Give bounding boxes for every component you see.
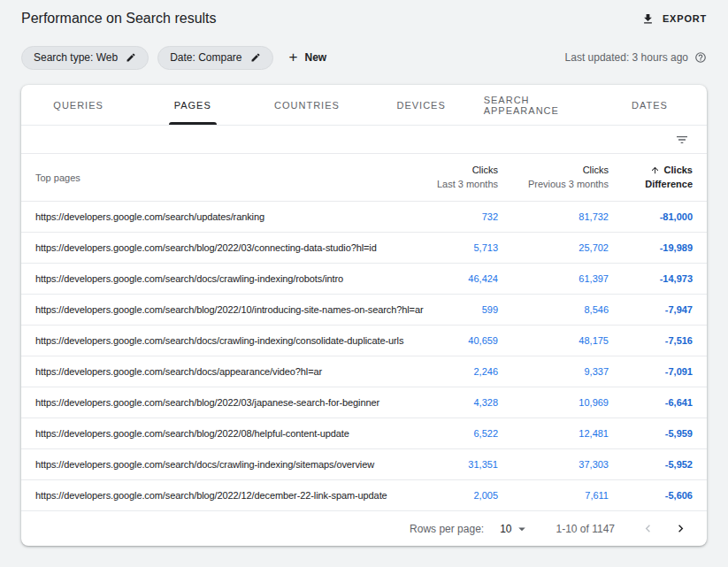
clicks-previous-value: 7,611: [498, 490, 609, 501]
clicks-previous-value: 9,337: [498, 366, 609, 377]
column-title: Clicks: [664, 165, 693, 176]
page-url: https://developers.google.com/search/doc…: [35, 366, 427, 377]
clicks-previous-value: 61,397: [498, 273, 609, 284]
clicks-last-value: 732: [427, 211, 498, 222]
tab-countries[interactable]: COUNTRIES: [249, 85, 364, 125]
tab-queries[interactable]: QUERIES: [21, 85, 135, 125]
next-page-button[interactable]: [671, 518, 691, 539]
page-url: https://developers.google.com/search/doc…: [35, 459, 427, 470]
report-card: QUERIES PAGES COUNTRIES DEVICES SEARCH A…: [21, 85, 707, 546]
clicks-last-value: 599: [427, 304, 498, 315]
column-title: Clicks: [427, 165, 498, 176]
rows-per-page-label: Rows per page:: [410, 523, 484, 535]
last-updated-text: Last updated: 3 hours ago: [565, 51, 688, 64]
clicks-last-value: 2,005: [427, 490, 498, 501]
clicks-difference-value: -14,973: [609, 273, 693, 284]
export-label: EXPORT: [663, 13, 707, 24]
tab-label: DEVICES: [391, 85, 450, 125]
clicks-last-value: 31,351: [427, 459, 498, 470]
table-row[interactable]: https://developers.google.com/search/blo…: [21, 387, 707, 418]
clicks-previous-value: 48,175: [498, 335, 609, 346]
clicks-difference-value: -5,959: [609, 428, 693, 439]
clicks-difference-value: -5,952: [609, 459, 693, 470]
edit-pencil-icon: [126, 52, 136, 63]
tab-label: SEARCH APPEARANCE: [479, 85, 593, 125]
new-filter-button[interactable]: + New: [289, 50, 327, 65]
clicks-previous-value: 81,732: [498, 211, 609, 222]
table-row[interactable]: https://developers.google.com/search/blo…: [21, 295, 707, 326]
filter-chips: Search type: Web Date: Compare + New: [21, 46, 326, 70]
performance-report-page: Performance on Search results EXPORT Sea…: [0, 0, 728, 546]
table-row[interactable]: https://developers.google.com/search/blo…: [21, 418, 707, 449]
column-title: Clicks: [498, 165, 609, 176]
date-compare-chip[interactable]: Date: Compare: [157, 46, 272, 70]
top-pages-header[interactable]: Top pages: [35, 172, 427, 183]
page-title: Performance on Search results: [21, 11, 217, 27]
table-header-row: Top pages Clicks Last 3 months Clicks Pr…: [21, 154, 707, 202]
table-toolbar: [21, 126, 707, 154]
clicks-previous-value: 12,481: [498, 428, 609, 439]
page-url: https://developers.google.com/search/blo…: [35, 242, 427, 253]
search-type-chip[interactable]: Search type: Web: [21, 46, 149, 70]
clicks-last-value: 4,328: [427, 397, 498, 408]
previous-page-button[interactable]: [638, 518, 658, 539]
table-row[interactable]: https://developers.google.com/search/doc…: [21, 449, 707, 480]
clicks-difference-header[interactable]: Clicks Difference: [609, 165, 693, 190]
clicks-last-value: 6,522: [427, 428, 498, 439]
tab-search-appearance[interactable]: SEARCH APPEARANCE: [479, 85, 593, 125]
page-url: https://developers.google.com/search/blo…: [35, 428, 427, 439]
top-bar: Performance on Search results EXPORT: [0, 0, 728, 37]
page-url: https://developers.google.com/search/upd…: [35, 211, 427, 222]
clicks-previous-value: 10,969: [498, 397, 609, 408]
clicks-difference-value: -7,516: [609, 335, 693, 346]
clicks-difference-value: -5,606: [609, 490, 693, 501]
clicks-last-value: 40,659: [427, 335, 498, 346]
column-subtitle: Difference: [609, 179, 693, 190]
help-icon[interactable]: [694, 51, 707, 64]
dropdown-arrow-icon: [514, 521, 530, 537]
clicks-previous-value: 37,303: [498, 459, 609, 470]
pages-table-body: https://developers.google.com/search/upd…: [21, 202, 707, 511]
tab-label: PAGES: [169, 85, 217, 125]
edit-pencil-icon: [250, 52, 261, 63]
column-subtitle: Last 3 months: [427, 179, 498, 190]
tab-pages[interactable]: PAGES: [135, 85, 249, 125]
tab-label: DATES: [626, 85, 673, 125]
rows-per-page-value: 10: [500, 523, 511, 535]
clicks-last-value: 5,713: [427, 242, 498, 253]
rows-per-page-select[interactable]: 10: [500, 521, 529, 537]
last-updated-area: Last updated: 3 hours ago: [565, 51, 707, 64]
export-button[interactable]: EXPORT: [641, 12, 707, 26]
date-compare-chip-label: Date: Compare: [170, 51, 241, 64]
clicks-previous-value: 8,546: [498, 304, 609, 315]
clicks-last-value: 2,246: [427, 366, 498, 377]
page-url: https://developers.google.com/search/doc…: [35, 335, 427, 346]
clicks-difference-value: -19,989: [609, 242, 693, 253]
filter-bar: Search type: Web Date: Compare + New Las…: [0, 42, 728, 73]
clicks-difference-value: -6,641: [609, 397, 693, 408]
pagination-range: 1-10 of 1147: [556, 523, 616, 535]
table-row[interactable]: https://developers.google.com/search/blo…: [21, 233, 707, 264]
plus-icon: +: [289, 50, 298, 65]
table-row[interactable]: https://developers.google.com/search/doc…: [21, 356, 707, 387]
tab-label: COUNTRIES: [269, 85, 345, 125]
pagination-bar: Rows per page: 10 1-10 of 1147: [21, 511, 707, 546]
clicks-last-header[interactable]: Clicks Last 3 months: [427, 165, 498, 190]
column-subtitle: Previous 3 months: [498, 179, 609, 190]
table-row[interactable]: https://developers.google.com/search/blo…: [21, 480, 707, 511]
download-icon: [641, 12, 655, 26]
clicks-difference-value: -7,091: [609, 366, 693, 377]
clicks-last-value: 46,424: [427, 273, 498, 284]
clicks-previous-header[interactable]: Clicks Previous 3 months: [498, 165, 609, 190]
page-url: https://developers.google.com/search/blo…: [35, 397, 427, 408]
page-url: https://developers.google.com/search/blo…: [35, 304, 427, 315]
table-row[interactable]: https://developers.google.com/search/upd…: [21, 202, 707, 233]
table-row[interactable]: https://developers.google.com/search/doc…: [21, 264, 707, 295]
table-row[interactable]: https://developers.google.com/search/doc…: [21, 326, 707, 356]
filter-list-icon[interactable]: [671, 129, 693, 150]
new-filter-label: New: [304, 51, 326, 64]
tab-devices[interactable]: DEVICES: [364, 85, 479, 125]
tab-dates[interactable]: DATES: [593, 85, 707, 125]
clicks-difference-value: -81,000: [609, 211, 693, 222]
sort-ascending-icon: [650, 165, 660, 175]
